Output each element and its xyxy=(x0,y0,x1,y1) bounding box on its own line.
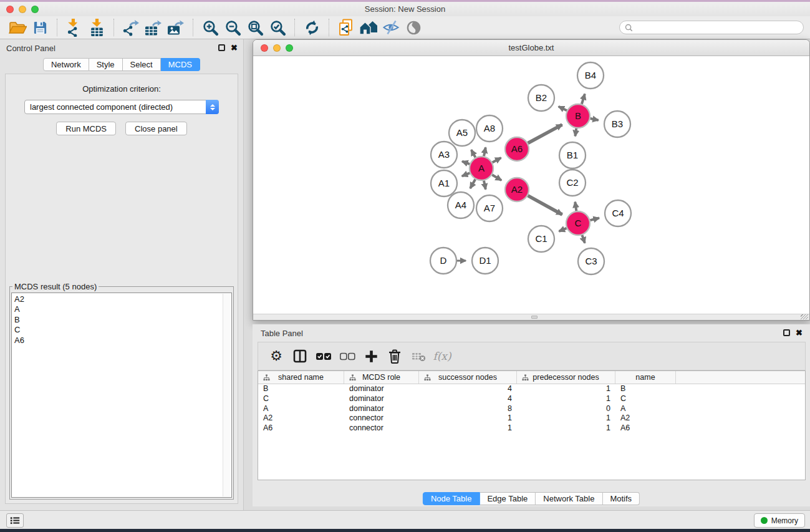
zoom-selected-button[interactable] xyxy=(266,18,289,37)
save-session-button[interactable] xyxy=(29,18,51,37)
graph-edge-A-A7[interactable] xyxy=(484,181,486,190)
column-view-button[interactable] xyxy=(288,346,312,367)
mcds-result-item[interactable]: A xyxy=(14,304,221,314)
table-tab-node-table[interactable]: Node Table xyxy=(423,492,480,505)
table-cell[interactable]: A6 xyxy=(258,423,344,433)
table-cell[interactable]: connector xyxy=(344,414,419,423)
delete-row-button[interactable] xyxy=(383,346,407,367)
graph-edge-B-B1[interactable] xyxy=(575,128,576,137)
hide-selected-button[interactable] xyxy=(380,18,402,37)
search-input[interactable] xyxy=(633,23,798,32)
close-table-panel-icon[interactable]: ✖ xyxy=(796,329,803,337)
show-all-button[interactable] xyxy=(402,18,425,37)
graph-edge-C-C1[interactable] xyxy=(559,228,567,231)
mcds-result-item[interactable]: C xyxy=(14,325,221,335)
table-cell[interactable]: dominator xyxy=(344,404,419,414)
network-canvas[interactable]: B4B2BB3A5A8A6A3B1AA1C2A2A4A7C4CC1C3DD1 xyxy=(253,56,809,314)
graph-node-A3[interactable]: A3 xyxy=(431,142,457,168)
import-network-button[interactable] xyxy=(63,18,85,37)
table-cell[interactable]: A6 xyxy=(615,423,676,433)
tab-style[interactable]: Style xyxy=(89,58,123,71)
graph-node-A8[interactable]: A8 xyxy=(476,115,503,142)
graph-node-B[interactable]: B xyxy=(566,104,590,128)
graph-node-A1[interactable]: A1 xyxy=(431,170,457,196)
graph-edge-A-A2[interactable] xyxy=(492,175,501,180)
float-table-panel-icon[interactable] xyxy=(783,329,790,336)
graph-edge-A2-C[interactable] xyxy=(528,196,562,215)
table-cell[interactable]: B xyxy=(258,384,344,394)
table-cell[interactable]: dominator xyxy=(344,394,419,404)
table-cell[interactable]: A2 xyxy=(615,414,676,423)
table-cell[interactable]: 1 xyxy=(517,414,615,423)
graph-edge-A-A1[interactable] xyxy=(462,173,470,176)
mcds-result-item[interactable]: B xyxy=(14,315,221,325)
graph-node-A[interactable]: A xyxy=(470,157,493,180)
table-cell[interactable]: 4 xyxy=(419,384,517,394)
tab-mcds[interactable]: MCDS xyxy=(161,58,200,71)
graph-edge-C-C2[interactable] xyxy=(575,202,576,211)
column-header-successor-nodes[interactable]: successor nodes xyxy=(419,371,517,384)
table-cell[interactable]: 1 xyxy=(517,394,615,404)
duplicate-network-button[interactable] xyxy=(335,18,357,37)
close-panel-icon[interactable]: ✖ xyxy=(231,44,238,52)
graph-edge-A-A6[interactable] xyxy=(493,158,501,163)
delete-column-button[interactable] xyxy=(407,346,430,367)
column-header-predecessor-nodes[interactable]: predecessor nodes xyxy=(517,371,615,384)
table-cell[interactable]: connector xyxy=(344,423,419,433)
search-field[interactable] xyxy=(619,21,804,34)
table-cell[interactable]: C xyxy=(615,394,676,404)
graph-node-C[interactable]: C xyxy=(566,211,590,235)
minimize-window-button[interactable] xyxy=(19,6,26,13)
table-row[interactable]: Cdominator41C xyxy=(258,394,805,404)
graph-node-D1[interactable]: D1 xyxy=(472,248,498,274)
table-row[interactable]: A2connector11A2 xyxy=(258,414,805,423)
graph-node-A5[interactable]: A5 xyxy=(449,120,475,146)
table-cell[interactable]: 4 xyxy=(419,394,517,404)
tab-select[interactable]: Select xyxy=(123,58,161,71)
export-table-button[interactable] xyxy=(142,18,165,37)
table-cell[interactable]: 1 xyxy=(419,414,517,423)
resize-gripper-icon[interactable] xyxy=(801,314,808,319)
function-builder-button[interactable]: f(x) xyxy=(430,346,454,367)
result-list-scrollbar[interactable] xyxy=(223,294,231,496)
graph-node-C4[interactable]: C4 xyxy=(605,200,631,226)
table-tab-network-table[interactable]: Network Table xyxy=(536,492,602,505)
graph-node-A4[interactable]: A4 xyxy=(448,192,474,218)
settings-button[interactable]: ⚙ xyxy=(264,346,288,367)
graph-edge-B-B2[interactable] xyxy=(559,107,567,111)
graph-node-C2[interactable]: C2 xyxy=(559,170,586,196)
column-header-shared-name[interactable]: shared name xyxy=(258,371,344,384)
table-cell[interactable]: 8 xyxy=(419,404,517,414)
graph-node-B4[interactable]: B4 xyxy=(577,62,604,89)
graph-node-A7[interactable]: A7 xyxy=(476,195,503,221)
zoom-in-button[interactable] xyxy=(199,18,221,37)
table-cell[interactable]: C xyxy=(258,394,344,404)
import-table-button[interactable] xyxy=(85,18,108,37)
table-cell[interactable]: A2 xyxy=(258,414,344,423)
neighborhood-button[interactable] xyxy=(357,18,380,37)
graph-edge-A-A4[interactable] xyxy=(470,180,475,188)
table-cell[interactable]: A xyxy=(258,404,344,414)
graph-node-C1[interactable]: C1 xyxy=(528,226,554,252)
table-cell[interactable]: dominator xyxy=(344,384,419,394)
graph-edge-C-C4[interactable] xyxy=(590,218,599,221)
column-header-MCDS-role[interactable]: MCDS role xyxy=(344,371,419,384)
open-session-button[interactable] xyxy=(6,18,29,37)
graph-edge-B-B4[interactable] xyxy=(582,94,585,104)
table-row[interactable]: A6connector11A6 xyxy=(258,423,805,433)
zoom-out-button[interactable] xyxy=(221,18,244,37)
table-tab-edge-table[interactable]: Edge Table xyxy=(480,492,536,505)
network-zoom-button[interactable] xyxy=(286,44,293,52)
zoom-fit-button[interactable] xyxy=(244,18,266,37)
add-row-button[interactable] xyxy=(359,346,383,367)
table-cell[interactable]: 0 xyxy=(517,404,615,414)
tab-network[interactable]: Network xyxy=(43,58,89,71)
graph-node-C3[interactable]: C3 xyxy=(578,248,604,274)
table-row[interactable]: Adominator80A xyxy=(258,404,805,414)
mcds-result-list[interactable]: A2ABCA6 xyxy=(11,293,232,498)
network-close-button[interactable] xyxy=(261,44,268,52)
unselect-all-button[interactable] xyxy=(335,346,359,367)
export-image-button[interactable] xyxy=(165,18,187,37)
memory-button[interactable]: Memory xyxy=(754,513,805,528)
graph-node-A6[interactable]: A6 xyxy=(505,137,529,161)
